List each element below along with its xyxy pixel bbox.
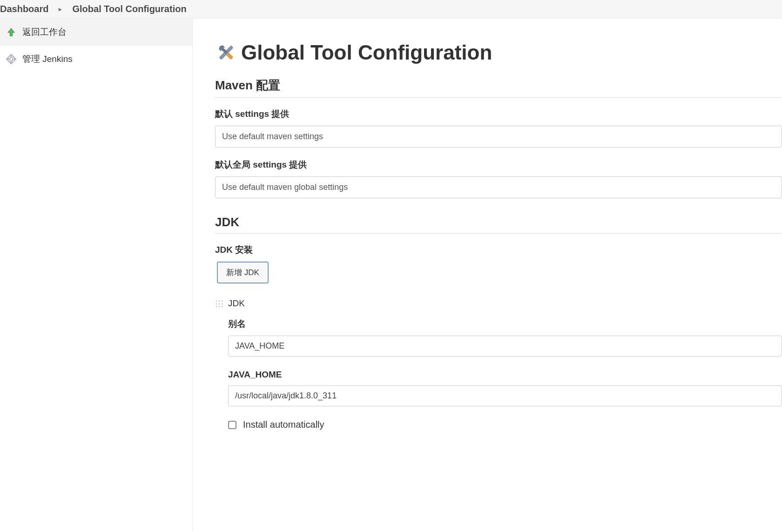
svg-point-16 bbox=[219, 306, 220, 308]
sidebar-item-label: 返回工作台 bbox=[22, 26, 67, 38]
page-title: Global Tool Configuration bbox=[241, 41, 492, 64]
breadcrumb-global-tool-config[interactable]: Global Tool Configuration bbox=[72, 4, 186, 14]
jdk-entry-title: JDK bbox=[228, 298, 782, 309]
svg-rect-5 bbox=[14, 59, 16, 60]
svg-point-17 bbox=[222, 306, 223, 308]
main-content: Global Tool Configuration Maven 配置 默认 se… bbox=[193, 19, 782, 531]
svg-point-13 bbox=[219, 303, 220, 305]
sidebar-item-manage-jenkins[interactable]: 管理 Jenkins bbox=[0, 46, 192, 73]
maven-section-title: Maven 配置 bbox=[215, 77, 782, 98]
maven-default-global-settings-label: 默认全局 settings 提供 bbox=[215, 159, 782, 171]
install-automatically-label: Install automatically bbox=[243, 419, 324, 430]
sidebar-item-back-to-dashboard[interactable]: 返回工作台 bbox=[0, 19, 192, 46]
jdk-alias-input[interactable] bbox=[228, 336, 782, 357]
svg-point-10 bbox=[219, 301, 220, 302]
svg-rect-3 bbox=[11, 62, 12, 64]
install-automatically-checkbox[interactable] bbox=[228, 421, 236, 429]
sidebar: 返回工作台 管理 Jenkins bbox=[0, 19, 193, 531]
svg-rect-4 bbox=[7, 59, 8, 60]
jdk-install-label: JDK 安装 bbox=[215, 244, 782, 256]
gear-icon bbox=[6, 54, 17, 65]
svg-point-1 bbox=[10, 58, 13, 61]
svg-point-11 bbox=[222, 301, 223, 302]
svg-point-9 bbox=[216, 301, 217, 302]
maven-default-settings-select[interactable]: Use default maven settings bbox=[215, 126, 782, 148]
svg-point-15 bbox=[216, 306, 217, 308]
tools-icon bbox=[215, 41, 237, 64]
breadcrumb: Dashboard ▸ Global Tool Configuration bbox=[0, 0, 782, 19]
svg-point-12 bbox=[216, 303, 217, 305]
jdk-section-title: JDK bbox=[215, 215, 782, 234]
add-jdk-button[interactable]: 新增 JDK bbox=[217, 262, 269, 283]
breadcrumb-dashboard[interactable]: Dashboard bbox=[0, 4, 48, 14]
svg-point-14 bbox=[222, 303, 223, 305]
arrow-up-icon bbox=[6, 27, 17, 38]
maven-default-global-settings-select[interactable]: Use default maven global settings bbox=[215, 176, 782, 198]
jdk-home-input[interactable] bbox=[228, 385, 782, 406]
drag-handle-icon[interactable] bbox=[215, 300, 223, 308]
sidebar-item-label: 管理 Jenkins bbox=[22, 53, 73, 65]
jdk-alias-label: 别名 bbox=[228, 318, 782, 330]
maven-default-settings-label: 默认 settings 提供 bbox=[215, 108, 782, 120]
svg-rect-2 bbox=[11, 54, 12, 56]
breadcrumb-separator-icon: ▸ bbox=[59, 6, 62, 13]
jdk-home-label: JAVA_HOME bbox=[228, 370, 782, 380]
